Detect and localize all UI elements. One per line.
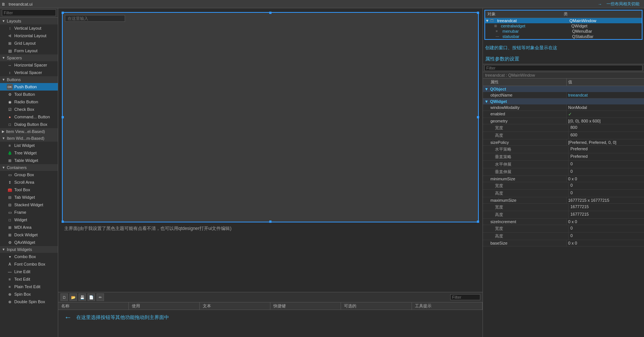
item-stacked-widget[interactable]: ⊟Stacked Widget (0, 201, 58, 209)
object-inspector-info: 创建的窗口、按钮等对象会显示在这 (483, 41, 644, 54)
inspector-row-treeandcat[interactable]: ▼ 🗔 treeandcat QMainWindow (485, 18, 642, 23)
handle-bc[interactable] (269, 221, 271, 223)
enabled-check: ✓ (568, 112, 572, 117)
check-box-icon: ☑ (7, 106, 13, 112)
plain-text-edit-icon: ≡ (7, 284, 13, 290)
open-button[interactable]: 📂 (69, 293, 77, 301)
section-buttons[interactable]: ▼ Buttons (0, 76, 58, 83)
form-window[interactable] (62, 12, 479, 222)
item-spin-box[interactable]: ⊕Spin Box (0, 290, 58, 298)
item-tool-box[interactable]: 🧰Tool Box (0, 186, 58, 193)
item-list-widget[interactable]: ≡List Widget (0, 142, 58, 149)
handle-tr[interactable] (477, 12, 479, 14)
item-mdi-area[interactable]: ⊞MDI Area (0, 224, 58, 231)
section-spacers[interactable]: ▼ Spacers (0, 54, 58, 61)
prop-maxsize: maximumSize 16777215 x 16777215 (483, 197, 644, 204)
item-widget[interactable]: □Widget (0, 216, 58, 224)
item-text-edit[interactable]: ≡Text Edit (0, 275, 58, 283)
prop-enabled: enabled ✓ (483, 111, 644, 118)
item-horizontal-spacer[interactable]: ↔Horizontal Spacer (0, 61, 58, 69)
item-command-button[interactable]: ●Command... Button (0, 113, 58, 121)
prop-filter-input[interactable] (484, 65, 642, 71)
section-input-widgets[interactable]: ▼ Input Widgets (0, 246, 58, 253)
grid-layout-icon: ⊞ (7, 40, 13, 46)
section-layouts[interactable]: ▼ Layouts (0, 18, 58, 24)
prop-section-qwidget[interactable]: ▼ QWidget (483, 98, 644, 104)
item-table-widget[interactable]: ⊞Table Widget (0, 157, 58, 164)
filter-input[interactable] (2, 9, 56, 16)
form-text-input[interactable] (65, 15, 125, 22)
bottom-table-header: 名称 使用 文本 快捷键 可选的 工具提示 (58, 302, 483, 310)
object-inspector: 对象 类 ▼ 🗔 treeandcat QMainWindow ⊞ centra… (484, 10, 642, 40)
text-edit-icon: ≡ (7, 276, 13, 282)
inspector-row-centralwidget[interactable]: ⊞ centralwidget QWidget (485, 23, 642, 29)
item-vertical-layout[interactable]: ⫶Vertical Layout (0, 24, 58, 32)
item-check-box[interactable]: ☑Check Box (0, 106, 58, 113)
prop-sizeincrement-width: 宽度 0 (483, 225, 644, 233)
col-text: 文本 (200, 302, 270, 310)
settings-button[interactable]: ✏ (97, 293, 104, 301)
section-item-views[interactable]: ▶ Item View...el-Based) (0, 128, 58, 135)
prop-maxheight: 高度 16777215 (483, 211, 644, 219)
bottom-arrow-icon: ← (64, 313, 72, 322)
dialog-button-box-icon: □ (7, 121, 13, 127)
section-item-widgets[interactable]: ▼ Item Wid...m-Based) (0, 135, 58, 142)
group-box-icon: ▭ (7, 172, 13, 178)
handle-mr[interactable] (477, 116, 479, 118)
item-combo-box[interactable]: ▾Combo Box (0, 253, 58, 260)
item-form-layout[interactable]: ▤Form Layout (0, 47, 58, 54)
item-qax-widget[interactable]: ⚙QAxWidget (0, 239, 58, 246)
right-panel: 对象 类 ▼ 🗔 treeandcat QMainWindow ⊞ centra… (483, 8, 644, 337)
font-combo-box-icon: A (7, 261, 13, 267)
export-button[interactable]: 📄 (87, 293, 95, 301)
push-button-icon: OK (7, 84, 13, 90)
item-tree-widget[interactable]: 🌲Tree Widget (0, 149, 58, 157)
v-spacer-icon: ↕ (7, 70, 13, 76)
filename-label: treeandcat.ui (9, 2, 33, 6)
item-double-spin-box[interactable]: ⊕Double Spin Box (0, 298, 58, 305)
item-radio-button[interactable]: ◉Radio Button (0, 98, 58, 106)
item-scroll-area[interactable]: ⇕Scroll Area (0, 178, 58, 186)
section-containers[interactable]: ▼ Containers (0, 164, 58, 171)
prop-window-modality: windowModality NonModal (483, 104, 644, 111)
spin-box-icon: ⊕ (7, 291, 13, 297)
item-push-button[interactable]: OKPush Button (0, 83, 58, 91)
handle-ml[interactable] (62, 116, 64, 118)
item-vertical-spacer[interactable]: ↕Vertical Spacer (0, 69, 58, 76)
handle-bl[interactable] (62, 221, 64, 223)
section-label: Buttons (7, 77, 21, 82)
handle-tc[interactable] (269, 12, 271, 14)
section-label: Item View...el-Based) (6, 129, 45, 134)
file-icon: 🗎 (2, 2, 6, 6)
collapse-arrow: ▼ (2, 19, 5, 23)
bottom-filter-input[interactable] (450, 294, 480, 300)
inspector-row-statusbar[interactable]: — statusbar QStatusBar (485, 34, 642, 39)
handle-br[interactable] (477, 221, 479, 223)
item-group-box[interactable]: ▭Group Box (0, 171, 58, 178)
item-tab-widget[interactable]: ⊟Tab Widget (0, 193, 58, 201)
section-label: Item Wid...m-Based) (7, 136, 44, 141)
prop-minsize: minimumSize 0 x 0 (483, 176, 644, 182)
item-dock-widget[interactable]: ⊞Dock Widget (0, 231, 58, 239)
bottom-toolbar: 🗋 📂 💾 📄 ✏ (58, 292, 483, 302)
item-font-combo-box[interactable]: AFont Combo Box (0, 260, 58, 268)
col-use: 使用 (129, 302, 199, 310)
item-line-edit[interactable]: —Line Edit (0, 268, 58, 275)
prop-section-qobject[interactable]: ▼ QObject (483, 86, 644, 92)
list-widget-icon: ≡ (7, 142, 13, 148)
item-dialog-button-box[interactable]: □Dialog Button Box (0, 121, 58, 128)
new-button[interactable]: 🗋 (60, 293, 68, 301)
item-horizontal-layout[interactable]: ⫷Horizontal Layout (0, 32, 58, 39)
prop-geometry-height: 高度 600 (483, 132, 644, 139)
item-frame[interactable]: ▭Frame (0, 209, 58, 216)
save-button[interactable]: 💾 (78, 293, 86, 301)
item-grid-layout[interactable]: ⊞Grid Layout (0, 39, 58, 47)
scroll-area-icon: ⇕ (7, 179, 13, 185)
inspector-row-menubar[interactable]: ≡ menubar QMenuBar (485, 29, 642, 34)
prop-sizeincrement: sizeIncrement 0 x 0 (483, 219, 644, 225)
form-input-area (63, 13, 478, 24)
item-plain-text-edit[interactable]: ≡Plain Text Edit (0, 283, 58, 290)
item-tool-button[interactable]: ⚙Tool Button (0, 91, 58, 98)
handle-tl[interactable] (62, 12, 64, 14)
prop-hstretch: 水平伸展 0 (483, 161, 644, 168)
